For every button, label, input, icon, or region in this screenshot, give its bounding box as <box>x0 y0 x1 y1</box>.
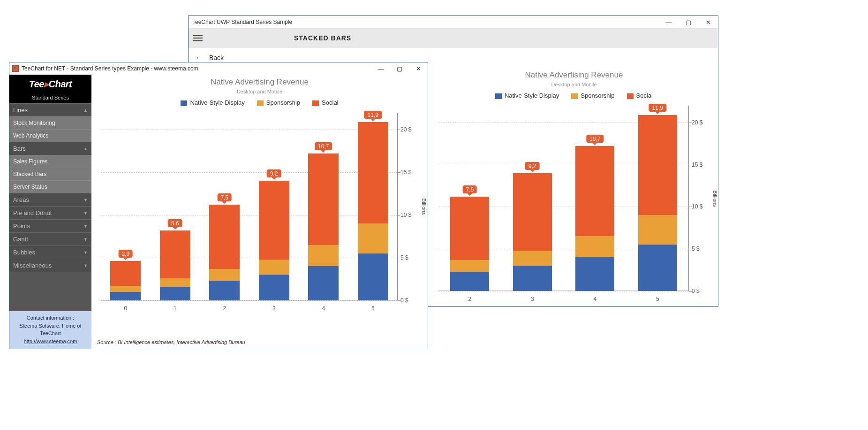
bar-segment-social <box>575 146 614 236</box>
logo-text-post: Chart <box>49 79 72 89</box>
close-button[interactable]: ✕ <box>698 16 718 28</box>
bar-top-label: 5,6 <box>168 219 182 227</box>
bar-segment-social <box>308 154 339 245</box>
bar-stack: 7,5 <box>450 197 489 291</box>
bar-segment-social <box>358 122 388 223</box>
sidebar-group-areas[interactable]: Areas▼ <box>9 193 91 206</box>
chart-source-note: Source : BI Intelligence estimates, Inte… <box>97 339 245 345</box>
sidebar-footer: Contact information : Steema Software. H… <box>9 311 91 349</box>
bar-top-label: 7,5 <box>217 193 232 201</box>
sidebar-group-points[interactable]: Points▼ <box>9 219 91 232</box>
bar-segment-native-style-display <box>160 287 190 300</box>
uwp-titlebar: TeeChart UWP Standard Series Sample — ▢ … <box>189 16 718 28</box>
bar-stack: 9,2 <box>259 181 289 300</box>
legend-item: Sponsorship <box>571 92 614 99</box>
close-button[interactable]: ✕ <box>409 62 428 75</box>
y-tick: 20 $ <box>400 126 421 133</box>
y-tick: 10 $ <box>400 212 421 218</box>
sidebar-group-lines[interactable]: Lines▲ <box>9 103 91 116</box>
chart-title: Native Advertising Revenue <box>91 77 428 87</box>
y-axis-title: Billions <box>421 199 427 215</box>
x-tick: 5 <box>371 305 375 312</box>
bar-stack: 11,9 <box>358 122 388 300</box>
bar-col: 11,9 <box>348 122 398 300</box>
sidebar-group-bars[interactable]: Bars▲ <box>9 142 91 155</box>
bar-segment-native-style-display <box>259 275 289 300</box>
x-tick: 2 <box>468 296 471 302</box>
bar-segment-sponsorship <box>209 269 240 281</box>
bar-stack: 11,9 <box>638 115 677 291</box>
chart-subtitle: Desktop and Mobile <box>91 89 428 94</box>
maximize-button[interactable]: ▢ <box>390 62 409 75</box>
uwp-page-header: STACKED BARS <box>288 28 718 48</box>
bar-stack: 10,7 <box>575 146 614 291</box>
sidebar-group-gantt[interactable]: Gantt▼ <box>9 232 91 246</box>
bar-top-label: 10,7 <box>586 135 604 143</box>
logo-text-pre: Tee <box>29 79 44 89</box>
x-tick: 2 <box>223 305 226 312</box>
bar-segment-social <box>513 173 552 251</box>
bar-stack: 10,7 <box>308 154 339 300</box>
x-tick: 3 <box>272 305 276 312</box>
bar-segment-social <box>160 230 190 278</box>
uwp-header: STACKED BARS <box>189 28 718 48</box>
bar-top-label: 11,9 <box>649 104 666 112</box>
legend-item: Native-Style Display <box>495 92 559 99</box>
legend-item: Social <box>627 92 653 99</box>
y-tick: 15 $ <box>692 161 712 168</box>
chart-subtitle: Desktop and Mobile <box>429 82 719 87</box>
sidebar-item-sales-figures[interactable]: Sales Figures <box>9 155 91 168</box>
chart-legend: Native-Style DisplaySponsorshipSocial <box>91 99 428 106</box>
x-tick: 5 <box>656 296 659 302</box>
bar-segment-sponsorship <box>110 286 141 292</box>
sidebar-item-web-analytics[interactable]: Web Analytics <box>9 129 91 142</box>
y-tick: 0 $ <box>400 297 421 304</box>
bar-segment-native-style-display <box>110 292 141 300</box>
wf-title: TeeChart for NET - Standard Series types… <box>22 65 198 72</box>
footer-line1: Contact information : <box>11 314 90 322</box>
y-axis-title: Billions <box>712 190 718 207</box>
sidebar-title: Standard Series <box>9 93 91 103</box>
sidebar-item-stock-monitoring[interactable]: Stock Monitoring <box>9 116 91 129</box>
bar-col: 9,2 <box>501 173 564 291</box>
bar-segment-social <box>638 115 677 215</box>
y-tick: 20 $ <box>692 119 712 126</box>
bar-segment-sponsorship <box>575 236 614 257</box>
hamburger-icon[interactable] <box>193 35 203 41</box>
legend-item: Sponsorship <box>257 99 300 106</box>
x-axis-labels: 2345 <box>438 296 689 302</box>
minimize-button[interactable]: — <box>659 16 679 28</box>
bar-segment-native-style-display <box>513 266 552 291</box>
sidebar-item-stacked-bars[interactable]: Stacked Bars <box>9 168 91 180</box>
chart-title: Native Advertising Revenue <box>429 70 719 80</box>
y-tick: 15 $ <box>400 169 421 176</box>
x-tick: 4 <box>322 305 325 312</box>
bar-segment-native-style-display <box>308 266 339 300</box>
sidebar-item-server-status[interactable]: Server Status <box>9 180 91 193</box>
y-tick: 5 $ <box>692 246 712 252</box>
maximize-button[interactable]: ▢ <box>679 16 698 28</box>
sidebar: Tee▸Chart Standard Series Lines▲Stock Mo… <box>9 75 91 349</box>
bar-segment-social <box>110 261 141 286</box>
y-tick: 5 $ <box>400 254 421 261</box>
chart-plot: 0 $5 $10 $15 $20 $Billions7,59,210,711,9… <box>438 106 689 291</box>
bar-top-label: 9,2 <box>525 162 540 170</box>
wf-window-controls: — ▢ ✕ <box>371 62 428 75</box>
footer-link[interactable]: http://www.steema.com <box>24 338 77 344</box>
bar-top-label: 10,7 <box>315 142 332 150</box>
bar-segment-sponsorship <box>638 215 677 245</box>
x-tick: 4 <box>593 296 596 302</box>
footer-line2: Steema Software. Home of TeeChart <box>11 322 90 338</box>
legend-item: Social <box>312 99 338 106</box>
bar-segment-native-style-display <box>575 257 614 291</box>
bar-segment-social <box>209 205 240 269</box>
sidebar-group-miscellaneous[interactable]: Miscellaneous▼ <box>9 259 91 272</box>
sidebar-group-bubbles[interactable]: Bubbles▼ <box>9 246 91 259</box>
bar-stack: 5,6 <box>160 230 190 300</box>
bar-col: 10,7 <box>299 154 348 300</box>
minimize-button[interactable]: — <box>371 62 390 75</box>
sidebar-group-pie-and-donut[interactable]: Pie and Donut▼ <box>9 206 91 219</box>
bar-col: 9,2 <box>249 181 299 300</box>
bar-col: 7,5 <box>438 197 501 291</box>
x-tick: 3 <box>531 296 534 302</box>
